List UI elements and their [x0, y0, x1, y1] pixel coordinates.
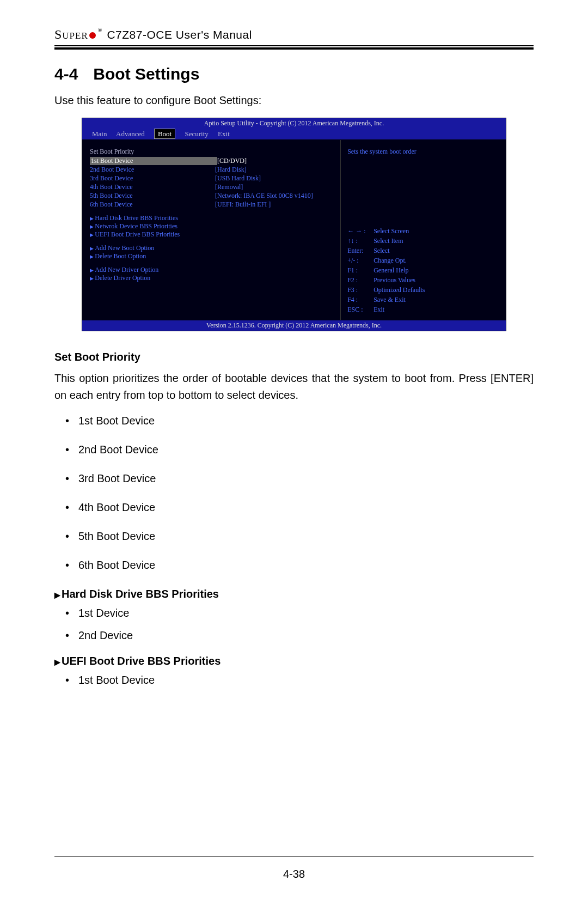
bios-row-key: 1st Boot Device [90, 157, 217, 165]
bios-key: F3 : [347, 285, 373, 295]
section-title: Boot Settings [93, 65, 199, 83]
bios-row-value: [USB Hard Disk] [215, 174, 261, 183]
bios-row-key: 4th Boot Device [90, 183, 215, 191]
bios-key-row: +/- :Change Opt. [347, 256, 499, 265]
bios-submenu-item[interactable]: Delete Driver Option [90, 274, 333, 282]
list-item: 1st Boot Device [78, 674, 534, 687]
bios-row-value: [Hard Disk] [215, 166, 247, 174]
bios-title-bar: Aptio Setup Utility - Copyright (C) 2012… [82, 118, 506, 129]
bios-left-pane: Set Boot Priority 1st Boot Device[CD/DVD… [82, 140, 340, 320]
header-rule-thick [54, 47, 534, 50]
bios-key-desc: Previous Values [373, 275, 415, 285]
bios-key: ESC : [347, 305, 373, 314]
list-item: 2nd Device [78, 629, 534, 642]
bios-tab-main[interactable]: Main [92, 130, 107, 138]
bios-tab-security[interactable]: Security [185, 130, 209, 138]
bios-right-pane: Sets the system boot order ← → :Select S… [340, 140, 506, 320]
bios-key-row: ← → :Select Screen [347, 226, 499, 236]
bios-key-desc: Select [373, 246, 389, 256]
bios-key-desc: Exit [373, 305, 384, 314]
bios-submenu-item[interactable]: Add New Boot Option [90, 244, 333, 252]
bios-boot-device-row[interactable]: 5th Boot Device[Network: IBA GE Slot 00C… [90, 192, 333, 200]
bios-key-row: ↑↓ :Select Item [347, 236, 499, 246]
bios-submenu-item[interactable]: Add New Driver Option [90, 266, 333, 274]
bios-body: Set Boot Priority 1st Boot Device[CD/DVD… [82, 139, 506, 320]
brand-text: Super [54, 27, 88, 41]
section-number: 4-4 [54, 65, 78, 83]
bios-footer: Version 2.15.1236. Copyright (C) 2012 Am… [82, 320, 506, 331]
bios-key: Enter: [347, 246, 373, 256]
bios-key-row: ESC :Exit [347, 305, 499, 314]
list-item: 1st Device [78, 607, 534, 619]
hdd-bbs-list: 1st Device2nd Device [54, 607, 534, 642]
paragraph-set-boot-priority: This option prioritizes the order of boo… [54, 370, 534, 404]
bios-submenu-item[interactable]: UEFI Boot Drive BBS Priorities [90, 230, 333, 239]
page-header: Super® C7Z87-OCE User's Manual [54, 27, 534, 42]
bios-submenu-item[interactable]: Hard Disk Drive BBS Priorities [90, 214, 333, 222]
bios-key-desc: Optimized Defaults [373, 285, 425, 295]
bios-boot-device-row[interactable]: 3rd Boot Device[USB Hard Disk] [90, 174, 333, 183]
list-item: 4th Boot Device [78, 501, 534, 514]
list-item: 6th Boot Device [78, 559, 534, 572]
bios-key-row: F3 :Optimized Defaults [347, 285, 499, 295]
bios-row-key: 2nd Boot Device [90, 166, 215, 174]
bios-key-row: F2 :Previous Values [347, 275, 499, 285]
bios-tab-exit[interactable]: Exit [218, 130, 230, 138]
page-number: 4-38 [0, 868, 588, 880]
registered-icon: ® [98, 27, 103, 33]
bios-row-value: [Removal] [215, 183, 243, 191]
bios-row-key: 5th Boot Device [90, 192, 215, 200]
bios-key: ← → : [347, 226, 373, 236]
bios-row-value: [CD/DVD] [217, 157, 247, 165]
uefi-bbs-list: 1st Boot Device [54, 674, 534, 687]
bios-key: ↑↓ : [347, 236, 373, 246]
bios-row-key: 6th Boot Device [90, 201, 215, 209]
doc-title: C7Z87-OCE User's Manual [107, 28, 252, 41]
list-item: 5th Boot Device [78, 530, 534, 543]
brand-logo: Super® [54, 27, 102, 42]
bios-left-heading: Set Boot Priority [90, 148, 333, 156]
bios-key-desc: Select Screen [373, 226, 409, 236]
list-item: 2nd Boot Device [78, 444, 534, 456]
bios-boot-device-row[interactable]: 6th Boot Device[UEFI: Built-in EFI ] [90, 201, 333, 209]
bios-boot-device-row[interactable]: 4th Boot Device[Removal] [90, 183, 333, 191]
bios-key-row: F1 :General Help [347, 265, 499, 275]
bios-tab-bar: Main Advanced Boot Security Exit [82, 129, 506, 139]
bios-row-value: [Network: IBA GE Slot 00C8 v1410] [215, 192, 313, 200]
bios-key-legend: ← → :Select Screen↑↓ :Select ItemEnter:S… [347, 226, 499, 314]
bios-boot-device-row[interactable]: 1st Boot Device[CD/DVD] [90, 157, 333, 165]
subheading-uefi-bbs: UEFI Boot Drive BBS Priorities [54, 655, 534, 667]
subheading-set-boot-priority: Set Boot Priority [54, 351, 534, 363]
bios-row-key: 3rd Boot Device [90, 174, 215, 183]
bios-boot-device-row[interactable]: 2nd Boot Device[Hard Disk] [90, 166, 333, 174]
page: Super® C7Z87-OCE User's Manual 4-4Boot S… [0, 0, 588, 899]
bios-screenshot: Aptio Setup Utility - Copyright (C) 2012… [82, 118, 506, 331]
bios-key: F1 : [347, 265, 373, 275]
bios-submenu-item[interactable]: Netwrok Device BBS Priorities [90, 222, 333, 230]
bios-key-desc: Select Item [373, 236, 403, 246]
footer-rule [54, 856, 534, 857]
list-item: 1st Boot Device [78, 415, 534, 427]
bios-key-desc: General Help [373, 265, 408, 275]
section-intro: Use this feature to configure Boot Setti… [54, 94, 534, 107]
bios-key: F4 : [347, 295, 373, 305]
bios-key-desc: Change Opt. [373, 256, 407, 265]
bios-help-text: Sets the system boot order [347, 148, 499, 156]
subheading-hdd-bbs: Hard Disk Drive BBS Priorities [54, 588, 534, 600]
bios-key-row: F4 :Save & Exit [347, 295, 499, 305]
list-item: 3rd Boot Device [78, 472, 534, 485]
bios-submenu-item[interactable]: Delete Boot Option [90, 252, 333, 260]
boot-device-list: 1st Boot Device2nd Boot Device3rd Boot D… [54, 415, 534, 572]
bios-tab-advanced[interactable]: Advanced [116, 130, 145, 138]
bios-row-value: [UEFI: Built-in EFI ] [215, 201, 271, 209]
bios-key: +/- : [347, 256, 373, 265]
header-rule-thin [54, 45, 534, 46]
bios-key: F2 : [347, 275, 373, 285]
brand-dot-icon [89, 32, 96, 39]
bios-tab-boot[interactable]: Boot [154, 129, 175, 139]
section-heading: 4-4Boot Settings [54, 65, 534, 83]
bios-key-desc: Save & Exit [373, 295, 406, 305]
bios-key-row: Enter:Select [347, 246, 499, 256]
